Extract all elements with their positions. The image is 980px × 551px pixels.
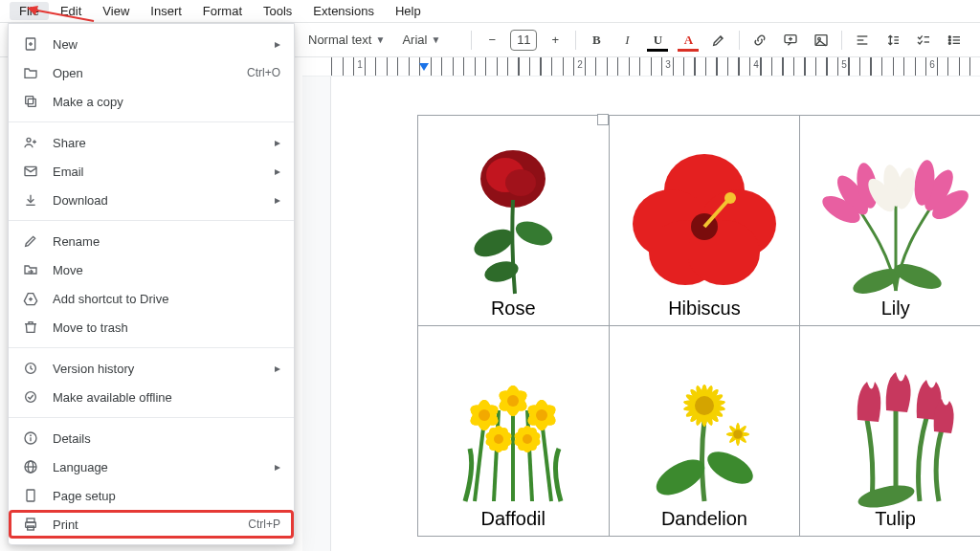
- trash-icon: [22, 320, 39, 335]
- font-family-select[interactable]: Arial ▼: [396, 31, 463, 49]
- offline-icon: [22, 389, 39, 405]
- svg-rect-6: [26, 97, 33, 104]
- file-menu-offline[interactable]: Make available offline: [9, 383, 294, 411]
- menu-item-label: New: [53, 37, 261, 52]
- menu-extensions[interactable]: Extensions: [303, 2, 384, 20]
- folder-icon: [22, 65, 39, 80]
- flower-table[interactable]: Rose: [417, 115, 980, 537]
- insert-link-button[interactable]: [747, 28, 772, 53]
- font-size-input[interactable]: 11: [510, 30, 537, 51]
- menu-item-label: Print: [53, 518, 234, 532]
- menu-view[interactable]: View: [93, 2, 139, 20]
- svg-point-138: [856, 480, 916, 511]
- flower-image-daffodil[interactable]: [422, 350, 605, 508]
- flower-image-tulip[interactable]: [804, 350, 980, 508]
- menu-item-label: Open: [53, 66, 234, 80]
- globe-icon: [22, 459, 39, 474]
- file-menu-make-copy[interactable]: Make a copy: [9, 87, 294, 116]
- svg-point-109: [702, 445, 758, 490]
- italic-button[interactable]: I: [614, 28, 639, 53]
- svg-point-107: [523, 434, 532, 444]
- document-page[interactable]: Rose: [331, 77, 980, 551]
- menu-format[interactable]: Format: [193, 2, 252, 20]
- svg-point-52: [505, 169, 536, 196]
- table-cell-daffodil[interactable]: Daffodil: [418, 326, 610, 537]
- document-canvas[interactable]: Rose: [302, 77, 980, 551]
- table-cell-hibiscus[interactable]: Hibiscus: [609, 116, 800, 326]
- text-color-button[interactable]: A: [676, 28, 701, 53]
- menu-tools[interactable]: Tools: [254, 2, 301, 20]
- menu-item-shortcut: Ctrl+O: [247, 66, 280, 79]
- table-cell-rose[interactable]: Rose: [418, 116, 610, 326]
- file-menu-version-history[interactable]: Version history ▸: [9, 354, 294, 383]
- submenu-caret-icon: ▸: [275, 193, 280, 207]
- menu-help[interactable]: Help: [386, 2, 431, 20]
- file-menu-rename[interactable]: Rename: [9, 227, 294, 255]
- line-spacing-button[interactable]: [880, 28, 905, 53]
- ruler-number: 1: [357, 59, 363, 70]
- toolbar-divider: [739, 31, 740, 50]
- file-menu-print[interactable]: Print Ctrl+P: [9, 510, 294, 539]
- menu-item-shortcut: Ctrl+P: [248, 518, 280, 531]
- svg-point-46: [949, 42, 951, 44]
- svg-point-7: [27, 138, 31, 142]
- table-cell-dandelion[interactable]: Dandelion: [609, 326, 800, 537]
- table-cell-lily[interactable]: Lily: [800, 116, 980, 326]
- insert-image-button[interactable]: [809, 28, 834, 53]
- svg-point-81: [479, 409, 490, 421]
- flower-image-lily[interactable]: [804, 140, 980, 298]
- insert-comment-button[interactable]: [778, 28, 803, 53]
- font-size-decrease-button[interactable]: −: [479, 28, 504, 53]
- checklist-button[interactable]: [911, 28, 936, 53]
- menu-separator: [9, 347, 294, 348]
- file-menu-details[interactable]: Details: [9, 424, 294, 452]
- download-icon: [22, 192, 39, 208]
- file-menu-new[interactable]: New ▸: [9, 30, 294, 58]
- history-icon: [22, 361, 39, 376]
- image-selection-handle[interactable]: [597, 114, 609, 125]
- submenu-caret-icon: ▸: [275, 460, 280, 474]
- menu-item-label: Make a copy: [53, 95, 280, 109]
- flower-image-dandelion[interactable]: [613, 350, 796, 508]
- menu-insert[interactable]: Insert: [141, 2, 191, 20]
- flower-label: Lily: [881, 298, 910, 319]
- file-menu-trash[interactable]: Move to trash: [9, 313, 294, 342]
- table-cell-tulip[interactable]: Tulip: [800, 326, 980, 537]
- svg-point-44: [949, 35, 951, 37]
- file-menu-move[interactable]: Move: [9, 255, 294, 284]
- flower-image-hibiscus[interactable]: [613, 140, 796, 298]
- align-button[interactable]: [850, 28, 875, 53]
- svg-point-54: [513, 216, 556, 249]
- file-menu-share[interactable]: Share ▸: [9, 128, 294, 157]
- menu-file[interactable]: File: [10, 2, 49, 20]
- flower-image-rose[interactable]: [422, 140, 605, 298]
- copy-icon: [22, 94, 39, 109]
- underline-button[interactable]: U: [645, 28, 670, 53]
- svg-point-45: [949, 39, 951, 41]
- svg-rect-5: [28, 99, 35, 106]
- ruler-number: 3: [665, 59, 671, 70]
- caret-down-icon: ▼: [431, 34, 440, 45]
- font-size-increase-button[interactable]: +: [543, 28, 568, 53]
- toolbar-divider: [575, 31, 576, 50]
- menu-item-label: Language: [53, 460, 261, 474]
- menu-item-label: Add shortcut to Drive: [53, 292, 280, 306]
- file-menu-download[interactable]: Download ▸: [9, 186, 294, 214]
- file-menu-page-setup[interactable]: Page setup: [9, 481, 294, 510]
- paragraph-style-select[interactable]: Normal text ▼: [302, 31, 390, 49]
- flower-label: Daffodil: [481, 508, 546, 529]
- bold-button[interactable]: B: [584, 28, 609, 53]
- ruler-number: 4: [753, 59, 759, 70]
- file-menu-open[interactable]: Open Ctrl+O: [9, 58, 294, 87]
- ruler[interactable]: 1 2 3 4 5 6: [302, 57, 980, 77]
- file-menu-email[interactable]: Email ▸: [9, 157, 294, 186]
- highlight-color-button[interactable]: [706, 28, 731, 53]
- ruler-number: 5: [841, 59, 847, 70]
- indent-marker[interactable]: [419, 63, 429, 71]
- menu-separator: [9, 220, 294, 221]
- person-plus-icon: [22, 135, 39, 150]
- file-menu-language[interactable]: Language ▸: [9, 452, 294, 481]
- menu-edit[interactable]: Edit: [51, 2, 91, 20]
- file-menu-add-shortcut[interactable]: Add shortcut to Drive: [9, 284, 294, 313]
- bullet-list-button[interactable]: [942, 28, 967, 53]
